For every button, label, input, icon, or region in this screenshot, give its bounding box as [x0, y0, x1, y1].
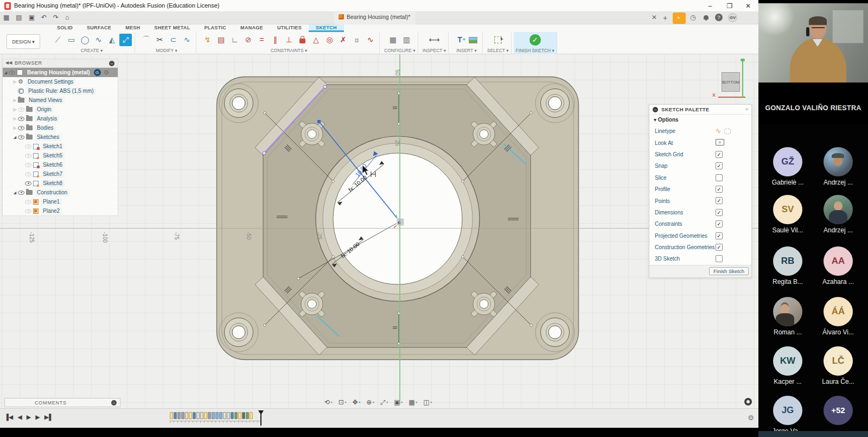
- timeline-feature-fillet[interactable]: [200, 412, 203, 419]
- browser-root-item[interactable]: ◢Bearing Housing (metal)G⊙: [3, 68, 118, 77]
- eye-icon[interactable]: [25, 181, 31, 186]
- tab-plastic[interactable]: PLASTIC: [197, 24, 233, 32]
- timeline-feature-thread[interactable]: [242, 412, 245, 419]
- account-avatar[interactable]: GV: [728, 13, 737, 22]
- timeline-position-marker[interactable]: [258, 410, 264, 426]
- palette-row-slice-checkbox[interactable]: [716, 174, 723, 181]
- palette-collapse-icon[interactable]: –: [653, 107, 658, 112]
- trim-tool-icon[interactable]: ✂: [154, 34, 166, 46]
- linetype-box-icon[interactable]: [724, 129, 731, 134]
- browser-item-sketch6[interactable]: Sketch6: [3, 160, 118, 169]
- linetype-spline-icon[interactable]: ∿: [716, 128, 721, 135]
- timeline-feature-fillet[interactable]: [223, 412, 226, 419]
- timeline-feature-fillet-blue[interactable]: [215, 412, 219, 419]
- browser-panel-header[interactable]: ◀◀ BROWSER –: [3, 59, 118, 68]
- file-menu-icon[interactable]: ▤: [16, 14, 22, 21]
- design-workspace-dropdown[interactable]: DESIGN ▾: [7, 34, 40, 49]
- close-tab-icon[interactable]: ✕: [652, 14, 657, 21]
- look-at-icon[interactable]: ⊡ ▾: [339, 398, 347, 406]
- expand-icon[interactable]: ▷: [12, 117, 18, 121]
- viewports-icon[interactable]: ◫ ▾: [423, 398, 432, 406]
- parallel-tool-icon[interactable]: ∥: [269, 34, 282, 46]
- timeline-feature-hole[interactable]: [208, 412, 211, 419]
- ground-badge-icon[interactable]: G: [94, 69, 101, 76]
- browser-item-sketch7[interactable]: Sketch7: [3, 169, 118, 179]
- timeline-feature-sketch[interactable]: [170, 412, 173, 419]
- collinear-tool-icon[interactable]: ✗: [337, 34, 349, 46]
- triangle-tool-icon[interactable]: △: [310, 34, 322, 46]
- timeline-feature-box[interactable]: [231, 412, 234, 419]
- eye-icon[interactable]: [18, 126, 24, 130]
- browser-item-sketch8[interactable]: Sketch8: [3, 179, 118, 188]
- palette-options-label[interactable]: ▾ Options: [649, 115, 751, 125]
- eye-icon[interactable]: [25, 144, 31, 149]
- close-button[interactable]: ✕: [741, 1, 755, 11]
- timeline-feature-sketch[interactable]: [238, 412, 241, 419]
- app-grid-icon[interactable]: ▦: [3, 14, 9, 21]
- browser-item-named-views[interactable]: ▷Named Views: [3, 96, 118, 105]
- timeline-feature-fillet[interactable]: [196, 412, 200, 419]
- timeline-feature-fillet[interactable]: [227, 412, 230, 419]
- configure-insert-tool-icon[interactable]: ▥: [400, 34, 413, 46]
- look-at-icon[interactable]: ≡: [716, 139, 724, 145]
- expand-icon[interactable]: ▷: [12, 107, 18, 112]
- timeline-settings-gear-icon[interactable]: ⚙: [748, 414, 754, 422]
- feedback-icon[interactable]: [744, 398, 752, 406]
- finish-sketch-button[interactable]: Finish Sketch: [709, 267, 749, 275]
- palette-row-snap-checkbox[interactable]: ✓: [716, 162, 723, 169]
- expand-icon[interactable]: ◢: [12, 135, 18, 140]
- palette-row-construction-geometries-checkbox[interactable]: ✓: [716, 244, 723, 251]
- collapse-panel-icon[interactable]: ◀◀: [5, 60, 12, 65]
- palette-row-profile-checkbox[interactable]: ✓: [716, 186, 723, 193]
- circle-tool-icon[interactable]: ◯: [79, 34, 91, 46]
- group-label[interactable]: CONFIGURE ▾: [384, 48, 416, 54]
- palette-row-points-checkbox[interactable]: ✓: [716, 197, 723, 204]
- palette-row-3d-sketch-checkbox[interactable]: [716, 255, 723, 262]
- perpendicular-tool-icon[interactable]: ⊥: [283, 34, 295, 46]
- clock-icon[interactable]: ◷: [690, 14, 695, 21]
- palette-pin-icon[interactable]: »: [745, 106, 748, 112]
- eye-icon[interactable]: [9, 71, 15, 75]
- document-tab[interactable]: Bearing Housing (metal)*: [334, 12, 416, 24]
- dimension-tool-icon[interactable]: ⤢: [119, 34, 132, 46]
- select-tool-icon[interactable]: [492, 34, 504, 46]
- notification-bell-icon[interactable]: [704, 15, 709, 20]
- finish-sketch-tool-icon[interactable]: ✓: [529, 34, 541, 46]
- timeline-feature-appearance[interactable]: [246, 412, 249, 419]
- measure-tool-icon[interactable]: ⟷: [428, 34, 441, 46]
- eye-icon[interactable]: [18, 135, 24, 140]
- timeline-feature-extrude[interactable]: [174, 412, 177, 419]
- mirror-tool-icon[interactable]: ◭: [106, 34, 118, 46]
- tab-manage[interactable]: MANAGE: [233, 24, 270, 32]
- fit-view-icon[interactable]: ⤢ ▾: [380, 398, 388, 406]
- browser-item-plastic-rule-abs-1-5-mm-[interactable]: Plastic Rule: ABS (1,5 mm): [3, 86, 118, 96]
- redo-icon[interactable]: ↷: [53, 14, 59, 21]
- group-label[interactable]: MODIFY ▾: [156, 48, 177, 54]
- horizontal-vertical-tool-icon[interactable]: ∟: [228, 34, 241, 46]
- eye-icon[interactable]: [25, 154, 31, 158]
- browser-item-sketch5[interactable]: Sketch5: [3, 151, 118, 160]
- tab-mesh[interactable]: MESH: [118, 24, 147, 32]
- comments-bar[interactable]: COMMENTS –: [4, 398, 120, 407]
- timeline-feature-extrude[interactable]: [193, 412, 196, 419]
- palette-row-projected-geometries-checkbox[interactable]: ✓: [716, 232, 723, 239]
- timeline-feature-fillet[interactable]: [185, 412, 188, 419]
- tangent-tool-icon[interactable]: ⊘: [242, 34, 254, 46]
- timeline-feature-sketch[interactable]: [250, 412, 253, 419]
- palette-row-dimensions-checkbox[interactable]: ✓: [716, 209, 723, 216]
- palette-row-sketch-grid-checkbox[interactable]: ✓: [716, 151, 723, 158]
- eye-icon[interactable]: [25, 200, 31, 204]
- model-canvas[interactable]: fx: 10.00 fx: 10.00 10.00: [0, 54, 758, 408]
- home-icon[interactable]: ⌂: [65, 14, 69, 21]
- eye-icon[interactable]: [18, 191, 24, 195]
- bearing-housing-part[interactable]: fx: 10.00 fx: 10.00 10.00: [216, 76, 579, 361]
- group-label[interactable]: SELECT ▾: [487, 48, 509, 54]
- hatch-tool-icon[interactable]: ▤: [215, 34, 227, 46]
- expand-icon[interactable]: ◢: [3, 71, 9, 75]
- eye-icon[interactable]: [25, 209, 31, 213]
- concentric-tool-icon[interactable]: ◎: [323, 34, 336, 46]
- expand-icon[interactable]: ▷: [12, 126, 18, 130]
- group-label[interactable]: CREATE ▾: [81, 48, 103, 54]
- browser-item-sketch1[interactable]: Sketch1: [3, 142, 118, 151]
- active-speaker-tile[interactable]: GONZALO VALIÑO RIESTRA: [758, 0, 868, 124]
